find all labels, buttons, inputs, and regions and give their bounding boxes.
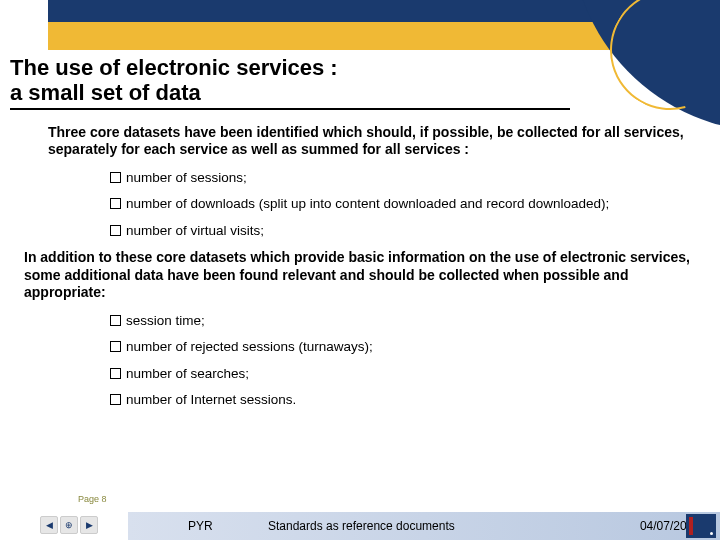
title-line-1: The use of electronic services :	[10, 55, 338, 80]
arrow-right-icon: ▶	[86, 520, 93, 530]
additional-bullet-list: session time; number of rejected session…	[110, 312, 680, 409]
additional-paragraph: In addition to these core datasets which…	[24, 249, 690, 302]
footer: Page 8 ◀ ⊕ ▶ PYR Standards as reference …	[0, 490, 720, 540]
intro-paragraph: Three core datasets have been identified…	[48, 124, 690, 159]
slide-content: The use of electronic services : a small…	[10, 55, 710, 418]
home-button[interactable]: ⊕	[60, 516, 78, 534]
globe-icon: ⊕	[65, 520, 73, 530]
next-button[interactable]: ▶	[80, 516, 98, 534]
nav-controls: ◀ ⊕ ▶	[40, 516, 98, 534]
prev-button[interactable]: ◀	[40, 516, 58, 534]
footer-bar: PYR Standards as reference documents 04/…	[128, 512, 720, 540]
insee-logo-icon	[686, 514, 716, 538]
arrow-left-icon: ◀	[46, 520, 53, 530]
footer-author: PYR	[188, 519, 268, 533]
list-item: session time;	[110, 312, 680, 330]
list-item: number of virtual visits;	[110, 222, 680, 240]
list-item: number of searches;	[110, 365, 680, 383]
list-item: number of downloads (split up into conte…	[110, 195, 680, 213]
list-item: number of Internet sessions.	[110, 391, 680, 409]
slide-title: The use of electronic services : a small…	[10, 55, 570, 110]
page-number: Page 8	[78, 494, 107, 504]
list-item: number of sessions;	[110, 169, 680, 187]
footer-doc-title: Standards as reference documents	[268, 519, 610, 533]
core-bullet-list: number of sessions; number of downloads …	[110, 169, 680, 240]
list-item: number of rejected sessions (turnaways);	[110, 338, 680, 356]
title-line-2: a small set of data	[10, 80, 201, 105]
